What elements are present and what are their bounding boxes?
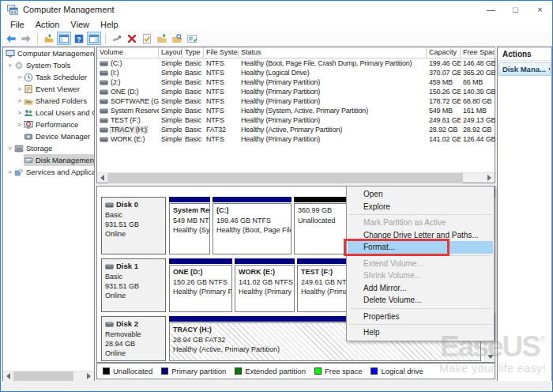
column-header-type[interactable]: Type	[182, 47, 204, 58]
scroll-down-icon[interactable]	[485, 352, 495, 362]
context-menu-item-explore[interactable]: Explore	[348, 201, 493, 213]
delete-icon[interactable]	[125, 32, 139, 45]
context-menu-item-extend-volume: Extend Volume...	[348, 258, 493, 270]
disk-label-box[interactable]: Disk 1Basic931.51 GBOnline	[101, 258, 166, 312]
collapse-icon[interactable]: >	[6, 61, 13, 70]
partition-one-d[interactable]: ONE (D:)150.26 GB NTFSHealthy (Primary P…	[169, 258, 232, 312]
minimize-button[interactable]: —	[479, 1, 503, 18]
sidebar-item-system-tools[interactable]: >System Tools	[3, 59, 94, 71]
expand-icon[interactable]: >	[15, 109, 24, 116]
table-row[interactable]: (C:)SimpleBasicNTFSHealthy (Boot, Page F…	[97, 58, 495, 68]
chevron-down-icon[interactable]: ▼	[547, 66, 551, 72]
legend-label: Logical drive	[381, 367, 423, 375]
column-header-free-space[interactable]: Free Space	[461, 47, 495, 58]
table-row[interactable]: SOFTWARE (G:)SimpleBasicNTFSHealthy (Pri…	[97, 96, 495, 106]
context-menu-item-help[interactable]: Help	[348, 326, 493, 339]
table-row[interactable]: System ReservedSimpleBasicNTFSHealthy (S…	[97, 106, 495, 115]
forward-icon[interactable]	[19, 32, 33, 45]
export-icon[interactable]	[42, 32, 56, 45]
cell: 150.26 GB	[427, 88, 461, 96]
context-menu-item-properties[interactable]: Properties	[348, 311, 493, 323]
disk-label-box[interactable]: Disk 2Removable28.94 GBOnline	[101, 316, 166, 361]
sidebar-item-services-and-applicati[interactable]: >Services and Applicati	[3, 166, 94, 178]
column-header-capacity[interactable]: Capacity	[427, 47, 461, 58]
back-icon[interactable]	[4, 32, 18, 45]
scroll-left-icon[interactable]	[3, 371, 13, 382]
help-icon[interactable]: ?	[72, 32, 86, 45]
sidebar-item-storage[interactable]: >Storage	[3, 142, 94, 154]
cell: NTFS	[204, 88, 239, 96]
expand-icon[interactable]: >	[15, 74, 24, 81]
scroll-left-icon[interactable]	[97, 173, 107, 183]
volume-name-cell: (I:)	[97, 69, 159, 77]
scroll-thumb[interactable]	[107, 173, 463, 183]
scroll-thumb[interactable]	[13, 371, 73, 382]
cell: Healthy (Primary Partition)	[239, 135, 427, 143]
disk-kind: Removable	[105, 330, 162, 339]
sidebar-item-computer-management[interactable]: Computer Management (	[3, 47, 94, 59]
properties-icon[interactable]	[185, 32, 199, 45]
table-row[interactable]: WORK (E:)SimpleBasicNTFSHealthy (Primary…	[97, 134, 495, 144]
close-button[interactable]: ×	[528, 1, 552, 18]
expand-icon[interactable]: >	[15, 121, 24, 128]
sidebar-item-local-users-and-gr[interactable]: >Local Users and Gr	[3, 107, 94, 119]
tree-item-label: Computer Management (	[17, 49, 94, 58]
menu-view[interactable]: View	[65, 20, 95, 29]
tree-horizontal-scrollbar[interactable]	[3, 371, 94, 381]
context-menu-item-add-mirror[interactable]: Add Mirror...	[348, 282, 493, 295]
partition-size: 141.02 GB NTFS	[239, 277, 291, 288]
console-tree-toggle-icon[interactable]	[57, 32, 71, 45]
sidebar-item-performance[interactable]: >Performance	[3, 119, 94, 130]
menu-help[interactable]: Help	[95, 20, 124, 29]
scroll-right-icon[interactable]	[84, 371, 94, 382]
menu-separator	[349, 214, 491, 215]
column-header-status[interactable]: Status	[239, 47, 427, 58]
sidebar-item-disk-management[interactable]: Disk Management	[3, 154, 94, 166]
context-menu-item-open[interactable]: Open	[348, 188, 493, 201]
partition-work-e[interactable]: WORK (E:)141.02 GB NTFSHealthy (Primary …	[235, 258, 295, 312]
check-document-icon[interactable]	[140, 32, 154, 45]
sidebar-item-event-viewer[interactable]: >Event Viewer	[3, 83, 94, 95]
column-header-volume[interactable]: Volume	[97, 47, 159, 58]
expand-icon[interactable]: >	[6, 168, 14, 175]
partition-body: WORK (E:)141.02 GB NTFSHealthy (Primary …	[235, 265, 295, 312]
legend-swatch-icon	[371, 368, 378, 375]
expand-icon[interactable]: >	[15, 85, 24, 92]
cell: Simple	[159, 69, 182, 77]
volume-list-horizontal-scrollbar[interactable]	[97, 172, 495, 183]
legend-swatch-icon	[314, 368, 322, 375]
context-menu-item-delete-volume[interactable]: Delete Volume...	[348, 294, 493, 307]
maximize-button[interactable]: □	[503, 1, 528, 18]
scroll-right-icon[interactable]	[484, 173, 495, 183]
partition-system-reserved[interactable]: System Reserved549 MB NTFSHealthy (Syste…	[169, 197, 210, 254]
table-row[interactable]: ONE (D:)SimpleBasicNTFSHealthy (Primary …	[97, 87, 495, 96]
diskmgmt-icon	[24, 156, 33, 165]
menu-action[interactable]: Action	[30, 20, 66, 29]
column-header-file-system[interactable]: File System	[204, 47, 239, 58]
table-row[interactable]: (I:)SimpleBasicNTFSHealthy (Logical Driv…	[97, 68, 495, 77]
disk-management-actions-group[interactable]: Disk Mana... ▼	[498, 62, 551, 76]
menu-file[interactable]: File	[5, 20, 30, 29]
cell: NTFS	[204, 69, 239, 77]
sidebar-item-task-scheduler[interactable]: >Task Scheduler	[3, 71, 94, 83]
disk-name-label: Disk 1	[116, 262, 138, 272]
column-header-layout[interactable]: Layout	[159, 47, 182, 58]
table-row[interactable]: TEST (F:)SimpleBasicNTFSHealthy (Primary…	[97, 115, 495, 125]
disk-label-box[interactable]: Disk 0Basic931.51 GBOnline	[101, 197, 166, 254]
sidebar-item-shared-folders[interactable]: >Shared Folders	[3, 95, 94, 107]
cell: 140.39 GB	[461, 88, 495, 96]
action-pane-toggle-icon[interactable]	[87, 32, 101, 45]
collapse-icon[interactable]: >	[6, 144, 13, 153]
rescan-disks-icon[interactable]	[110, 32, 124, 45]
sidebar-item-device-manager[interactable]: Device Manager	[3, 130, 94, 142]
table-row[interactable]: TRACY (H:)SimpleBasicFAT32Healthy (Activ…	[97, 125, 495, 134]
open-folder-icon[interactable]	[155, 32, 169, 45]
partition-c[interactable]: (C:)199.46 GB NTFSHealthy (Boot, Page Fi…	[213, 197, 292, 254]
table-row[interactable]: (J:)SimpleBasicNTFSHealthy (Primary Part…	[97, 77, 495, 87]
explore-folder-icon[interactable]	[170, 32, 184, 45]
legend-swatch-icon	[161, 368, 168, 375]
cell: Simple	[159, 135, 182, 143]
disk-icon	[105, 264, 114, 270]
volume-label: TRACY (H:)	[111, 126, 147, 134]
expand-icon[interactable]: >	[15, 97, 24, 104]
